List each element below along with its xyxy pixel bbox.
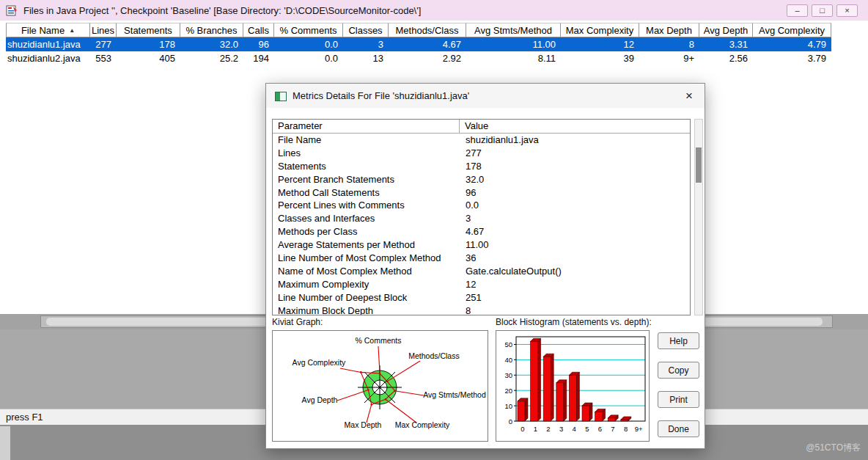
- file-table-header: File Name▲LinesStatements% BranchesCalls…: [6, 23, 831, 37]
- cell: 8: [639, 37, 699, 51]
- param-row[interactable]: Maximum Block Depth8: [273, 304, 690, 315]
- column-header-avg-stmts-method[interactable]: Avg Stmts/Method: [466, 23, 561, 37]
- close-button[interactable]: ×: [836, 4, 858, 17]
- column-header-methods-class[interactable]: Methods/Class: [389, 23, 466, 37]
- param-value: 96: [460, 186, 476, 200]
- svg-text:50: 50: [504, 340, 512, 348]
- param-row[interactable]: Name of Most Complex MethodGate.calculat…: [273, 265, 690, 278]
- param-name: Lines: [273, 147, 460, 160]
- svg-text:0: 0: [509, 417, 512, 426]
- column-header-avg-complexity[interactable]: Avg Complexity: [753, 23, 831, 37]
- column-header-lines[interactable]: Lines: [90, 23, 117, 37]
- param-row[interactable]: File Nameshuzidianlu1.java: [273, 134, 690, 147]
- minimize-button[interactable]: –: [787, 4, 808, 17]
- param-name: Line Number of Most Complex Method: [273, 252, 460, 265]
- value-column-header[interactable]: Value: [460, 120, 690, 133]
- cell: 277: [90, 37, 117, 51]
- kiviat-axis-label: Methods/Class: [408, 351, 459, 360]
- param-name: Statements: [273, 160, 460, 173]
- histogram-label: Block Histogram (statements vs. depth):: [496, 317, 652, 327]
- cell: 96: [243, 37, 274, 51]
- param-value: 178: [460, 160, 482, 173]
- kiviat-graph: % CommentsMethods/ClassAvg Stmts/MethodM…: [272, 330, 488, 442]
- svg-text:2: 2: [546, 425, 550, 433]
- param-row[interactable]: Line Number of Most Complex Method36: [273, 252, 690, 265]
- column-label: Classes: [348, 25, 382, 36]
- cell: 4.79: [753, 37, 831, 51]
- column-header-file-name[interactable]: File Name▲: [6, 23, 90, 37]
- cell: 11.00: [466, 37, 561, 51]
- table-row[interactable]: shuzidianlu1.java27717832.0960.034.6711.…: [6, 37, 831, 51]
- cell: 25.2: [180, 51, 243, 65]
- dialog-scrollbar[interactable]: [694, 119, 703, 315]
- svg-text:0: 0: [521, 425, 524, 433]
- cell: 405: [117, 51, 180, 65]
- param-row[interactable]: Method Call Statements96: [273, 186, 690, 200]
- kiviat-axis-label: % Comments: [355, 336, 401, 345]
- column-header-max-complexity[interactable]: Max Complexity: [561, 23, 639, 37]
- dialog-scrollbar-thumb[interactable]: [696, 147, 702, 183]
- param-name: Classes and Interfaces: [273, 212, 460, 225]
- param-value: 12: [460, 278, 476, 291]
- param-value: 0.0: [460, 199, 479, 212]
- kiviat-chart: % CommentsMethods/ClassAvg Stmts/MethodM…: [273, 331, 488, 441]
- print-button[interactable]: Print: [658, 391, 699, 408]
- param-table-header: Parameter Value: [273, 120, 690, 134]
- column-label: Statements: [124, 25, 172, 36]
- param-row[interactable]: Average Statements per Method11.00: [273, 238, 690, 252]
- param-row[interactable]: Classes and Interfaces3: [273, 212, 690, 225]
- param-row[interactable]: Statements178: [273, 160, 690, 173]
- table-row[interactable]: shuzidianlu2.java55340525.21940.0132.928…: [6, 51, 831, 65]
- param-row[interactable]: Percent Lines with Comments0.0: [273, 199, 690, 212]
- param-table: Parameter Value File Nameshuzidianlu1.ja…: [272, 119, 691, 315]
- cell: 553: [90, 51, 117, 65]
- column-label: Max Depth: [646, 25, 692, 36]
- column-header-avg-depth[interactable]: Avg Depth: [699, 23, 753, 37]
- svg-text:20: 20: [504, 387, 512, 395]
- minimize-icon: –: [795, 6, 799, 15]
- help-button[interactable]: Help: [658, 332, 699, 349]
- kiviat-axis-label: Avg Stmts/Method: [423, 390, 486, 399]
- sourcemonitor-window: Files in Java Project '', Checkpoint 'Ba…: [0, 0, 868, 460]
- column-label: Max Complexity: [566, 25, 633, 36]
- column-label: Calls: [248, 25, 269, 36]
- param-row[interactable]: Lines277: [273, 147, 690, 160]
- cell: 9+: [639, 51, 699, 65]
- column-header--branches[interactable]: % Branches: [180, 23, 243, 37]
- copy-button[interactable]: Copy: [658, 362, 699, 379]
- param-row[interactable]: Line Number of Deepest Block251: [273, 291, 690, 304]
- kiviat-axis-label: Max Depth: [345, 420, 382, 429]
- param-name: Maximum Block Depth: [273, 304, 460, 315]
- column-header-max-depth[interactable]: Max Depth: [639, 23, 699, 37]
- param-value: 4.67: [460, 225, 484, 238]
- status-text: press F1: [6, 412, 43, 423]
- param-name: Percent Branch Statements: [273, 173, 460, 186]
- param-row[interactable]: Maximum Complexity12: [273, 278, 690, 291]
- column-header-classes[interactable]: Classes: [343, 23, 389, 37]
- dialog-icon: [275, 91, 287, 104]
- dialog-buttons: HelpCopyPrintDone: [658, 332, 699, 437]
- svg-text:9+: 9+: [635, 425, 643, 433]
- param-name: Name of Most Complex Method: [273, 265, 460, 278]
- cell: 178: [117, 37, 180, 51]
- column-header--comments[interactable]: % Comments: [274, 23, 343, 37]
- parameter-column-header[interactable]: Parameter: [273, 120, 460, 133]
- svg-text:8: 8: [624, 425, 628, 433]
- corner-box: [0, 426, 10, 460]
- maximize-button[interactable]: □: [812, 4, 833, 17]
- param-row[interactable]: Percent Branch Statements32.0: [273, 173, 690, 186]
- column-label: Methods/Class: [396, 25, 459, 36]
- svg-text:7: 7: [611, 425, 614, 433]
- done-button[interactable]: Done: [658, 420, 699, 437]
- dialog-titlebar[interactable]: Metrics Details For File 'shuzidianlu1.j…: [266, 84, 705, 108]
- cell: 0.0: [274, 37, 343, 51]
- cell: 12: [561, 37, 639, 51]
- column-label: Avg Depth: [704, 25, 748, 36]
- column-header-calls[interactable]: Calls: [243, 23, 274, 37]
- param-row[interactable]: Methods per Class4.67: [273, 225, 690, 238]
- dialog-close-button[interactable]: ×: [678, 87, 700, 105]
- param-table-body: File Nameshuzidianlu1.javaLines277Statem…: [273, 134, 690, 315]
- param-name: Average Statements per Method: [273, 238, 460, 252]
- column-header-statements[interactable]: Statements: [117, 23, 180, 37]
- window-titlebar[interactable]: Files in Java Project '', Checkpoint 'Ba…: [0, 0, 868, 21]
